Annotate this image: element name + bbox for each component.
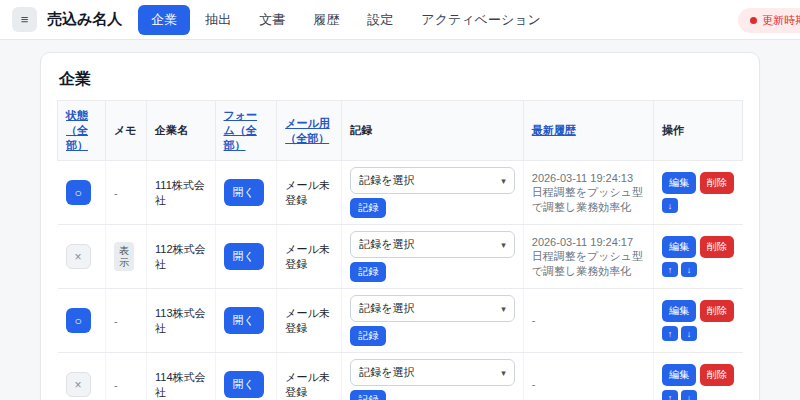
update-dot-icon [750,17,757,24]
column-header: 企業名 [147,101,216,161]
history-cell: 2026-03-11 19:24:13 日程調整をプッシュ型で調整し業務効率化 [523,161,653,225]
company-name: 111株式会社 [147,161,216,225]
company-name: 112株式会社 [147,225,216,289]
memo-cell: - [105,161,146,225]
move-down-button[interactable]: ↓ [681,326,697,341]
tab-履歴[interactable]: 履歴 [300,5,352,35]
move-down-button[interactable]: ↓ [662,198,678,213]
move-down-button[interactable]: ↓ [681,390,697,400]
delete-button[interactable]: 削除 [700,172,734,194]
memo-show-button[interactable]: 表示 [114,242,134,271]
move-up-button[interactable]: ↑ [662,262,678,277]
delete-button[interactable]: 削除 [700,300,734,322]
column-header: メモ [105,101,146,161]
table-header-row: 状態（全部）メモ企業名フォーム（全部）メール用（全部）記録最新履歴操作 [58,101,743,161]
status-cell: ○ [58,161,106,225]
history-text: - [532,377,645,391]
actions-cell: 編集 削除 ↑ ↓ [653,289,742,353]
column-header: 操作 [653,101,742,161]
column-header: 記録 [342,101,524,161]
history-text: 日程調整をプッシュ型で調整し業務効率化 [532,185,645,214]
record-button[interactable]: 記録 [350,326,386,346]
chevron-down-icon: ▾ [501,304,506,314]
status-cell: × [58,353,106,400]
edit-button[interactable]: 編集 [662,172,696,194]
history-cell: 2026-03-11 19:24:17 日程調整をプッシュ型で調整し業務効率化 [523,225,653,289]
open-form-button[interactable]: 開く [224,243,264,270]
open-form-button[interactable]: 開く [224,307,264,334]
move-up-button[interactable]: ↑ [662,390,678,400]
form-cell: 開く [215,161,277,225]
table-row: ○ - 111株式会社 開く メール未登録 記録を選択 ▾ 記録 2026-03… [58,161,743,225]
delete-button[interactable]: 削除 [700,236,734,258]
history-text: - [532,313,645,327]
chevron-down-icon: ▾ [501,368,506,378]
column-header[interactable]: 状態（全部） [58,101,106,161]
tab-企業[interactable]: 企業 [138,5,190,35]
status-cell: × [58,225,106,289]
record-select[interactable]: 記録を選択 ▾ [350,295,515,322]
form-cell: 開く [215,289,277,353]
tab-抽出[interactable]: 抽出 [192,5,244,35]
history-timestamp: 2026-03-11 19:24:17 [532,235,645,249]
delete-button[interactable]: 削除 [700,364,734,386]
status-toggle-button[interactable]: × [66,244,91,269]
memo-cell: - [105,289,146,353]
status-toggle-button[interactable]: ○ [66,308,91,333]
tab-文書[interactable]: 文書 [246,5,298,35]
mail-status: メール未登録 [277,225,342,289]
move-up-button[interactable]: ↑ [662,326,678,341]
company-name: 114株式会社 [147,353,216,400]
edit-button[interactable]: 編集 [662,236,696,258]
update-badge[interactable]: 更新時期 [738,8,800,33]
tab-設定[interactable]: 設定 [354,5,406,35]
companies-card: 企業 状態（全部）メモ企業名フォーム（全部）メール用（全部）記録最新履歴操作 ○… [40,52,760,400]
column-header[interactable]: フォーム（全部） [215,101,277,161]
record-cell: 記録を選択 ▾ 記録 [342,161,524,225]
main-content: 企業 状態（全部）メモ企業名フォーム（全部）メール用（全部）記録最新履歴操作 ○… [0,52,800,400]
menu-button[interactable]: ≡ [12,7,37,32]
record-cell: 記録を選択 ▾ 記録 [342,353,524,400]
record-select[interactable]: 記録を選択 ▾ [350,359,515,386]
update-badge-label: 更新時期 [762,13,800,28]
history-cell: - [523,353,653,400]
tab-アクティベーション[interactable]: アクティベーション [408,5,553,35]
history-timestamp: 2026-03-11 19:24:13 [532,171,645,185]
memo-cell: - [105,353,146,400]
record-select[interactable]: 記録を選択 ▾ [350,231,515,258]
record-button[interactable]: 記録 [350,262,386,282]
record-button[interactable]: 記録 [350,198,386,218]
company-name: 113株式会社 [147,289,216,353]
top-nav: ≡ 売込み名人 企業抽出文書履歴設定アクティベーション 更新時期 [0,0,800,40]
actions-cell: 編集 削除 ↑ ↓ [653,161,742,225]
record-cell: 記録を選択 ▾ 記録 [342,289,524,353]
mail-status: メール未登録 [277,289,342,353]
chevron-down-icon: ▾ [501,176,506,186]
history-text: 日程調整をプッシュ型で調整し業務効率化 [532,249,645,278]
nav-tabs: 企業抽出文書履歴設定アクティベーション [138,5,553,35]
table-row: × - 114株式会社 開く メール未登録 記録を選択 ▾ 記録 - 編集 削除… [58,353,743,400]
open-form-button[interactable]: 開く [224,179,264,206]
column-header[interactable]: メール用（全部） [277,101,342,161]
edit-button[interactable]: 編集 [662,364,696,386]
status-cell: ○ [58,289,106,353]
record-select[interactable]: 記録を選択 ▾ [350,167,515,194]
form-cell: 開く [215,353,277,400]
column-header[interactable]: 最新履歴 [523,101,653,161]
table-row: ○ - 113株式会社 開く メール未登録 記録を選択 ▾ 記録 - 編集 削除… [58,289,743,353]
status-toggle-button[interactable]: × [66,372,91,397]
page-title: 企業 [59,69,743,90]
record-button[interactable]: 記録 [350,390,386,400]
app-title: 売込み名人 [47,10,122,29]
mail-status: メール未登録 [277,353,342,400]
table-row: × 表示 112株式会社 開く メール未登録 記録を選択 ▾ 記録 2026-0… [58,225,743,289]
status-toggle-button[interactable]: ○ [66,180,91,205]
companies-table: 状態（全部）メモ企業名フォーム（全部）メール用（全部）記録最新履歴操作 ○ - … [57,100,743,400]
open-form-button[interactable]: 開く [224,371,264,398]
form-cell: 開く [215,225,277,289]
actions-cell: 編集 削除 ↑ ↓ [653,225,742,289]
mail-status: メール未登録 [277,161,342,225]
history-cell: - [523,289,653,353]
edit-button[interactable]: 編集 [662,300,696,322]
move-down-button[interactable]: ↓ [681,262,697,277]
